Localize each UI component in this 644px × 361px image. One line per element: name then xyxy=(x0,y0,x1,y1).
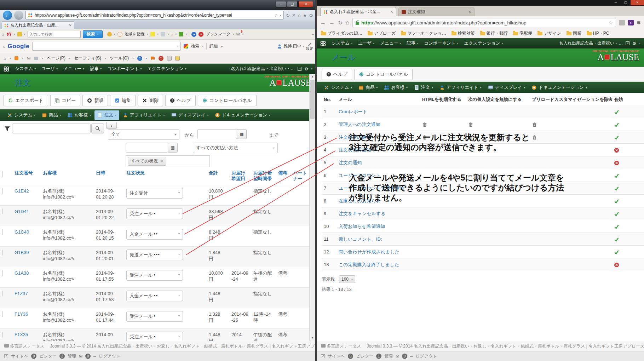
mail-name-link[interactable]: 注文をキャンセルする xyxy=(339,211,385,216)
mail-name-link[interactable]: 注文確定の通知 xyxy=(339,134,371,140)
remove-tag-icon[interactable]: ✕ xyxy=(160,159,163,164)
status-tag-box[interactable]: すべての状況✕ xyxy=(126,155,210,167)
hikashop-menu-item-1[interactable]: 商品▾ xyxy=(39,110,64,120)
mail-name-link[interactable]: この定期購入は終了しました xyxy=(339,262,399,267)
cross-icon[interactable] xyxy=(614,160,619,166)
home-icon[interactable]: ⌂ xyxy=(298,13,301,18)
vertical-scrollbar[interactable]: ▲ ▼ xyxy=(309,74,315,341)
status-filter-select[interactable]: 全て▾ xyxy=(108,129,179,140)
safety-menu[interactable]: セーフティ(S) xyxy=(74,55,101,61)
bookmark-item-4[interactable]: 銀行・郵貯 xyxy=(480,30,508,36)
edit-pencil-icon[interactable]: ✎ xyxy=(71,277,75,282)
external-link-icon[interactable]: ↗ xyxy=(298,67,301,71)
close-icon[interactable]: ✕ xyxy=(468,10,471,14)
close-icon[interactable]: x xyxy=(3,44,5,48)
logout-link[interactable]: ログアウト xyxy=(99,353,120,359)
orders-column-header-1[interactable]: お客様 xyxy=(41,168,94,179)
status-tag[interactable]: すべての状況✕ xyxy=(128,157,166,166)
close-icon[interactable]: x xyxy=(2,32,4,36)
toolbar-button-1[interactable]: コントロールパネル xyxy=(354,69,413,80)
hikashop-menu-item-4[interactable]: アフィリエイト▾ xyxy=(120,110,168,120)
extension-icon[interactable] xyxy=(167,56,172,61)
note-link[interactable]: 備考 xyxy=(278,311,287,317)
document-icon[interactable] xyxy=(161,32,165,36)
check-icon[interactable] xyxy=(614,250,619,255)
pencil-icon[interactable] xyxy=(17,32,22,36)
highlighter-icon[interactable] xyxy=(150,32,155,36)
orders-column-header-2[interactable]: 日時 xyxy=(94,168,125,179)
close-icon[interactable]: ✕ xyxy=(69,23,72,27)
site-name[interactable]: 名入れ出産記念品・出産祝い・… xyxy=(231,66,295,72)
external-link-icon[interactable]: ↗ xyxy=(626,41,629,45)
bookmark-item-6[interactable]: デザイン xyxy=(537,30,561,36)
mail-name-link[interactable]: 入荷お知らせ希望通知 xyxy=(339,224,385,229)
toolbar-button-3[interactable]: 編集 xyxy=(110,95,136,106)
calendar-button[interactable]: ▦ xyxy=(237,129,247,139)
chevron-down-icon[interactable]: ▾ xyxy=(132,57,134,60)
admin-menu-item-5[interactable]: エクステンション▾ xyxy=(461,40,506,46)
gear-icon[interactable]: ⚙ xyxy=(304,67,308,71)
toolbar-button-0[interactable]: ?ヘルプ xyxy=(322,69,352,80)
order-status-select[interactable]: 発送メール●●●▾ xyxy=(126,250,183,260)
chevron-down-icon[interactable]: ▾ xyxy=(303,45,304,48)
trash-icon[interactable] xyxy=(468,135,473,140)
filter-funnel-icon[interactable] xyxy=(4,126,10,132)
trash-icon[interactable] xyxy=(422,122,427,127)
chevron-down-icon[interactable]: ▾ xyxy=(146,57,147,60)
order-number-link[interactable]: G1B39 xyxy=(15,250,29,255)
row-checkbox[interactable] xyxy=(2,311,2,317)
date-from-input[interactable] xyxy=(197,129,237,139)
trash-icon[interactable] xyxy=(532,135,537,140)
back-button[interactable]: ← xyxy=(3,11,12,20)
home-icon[interactable]: ⌂ xyxy=(4,56,6,61)
date-to-input[interactable] xyxy=(126,143,168,153)
overflow-chevron-icon[interactable]: » xyxy=(220,44,223,48)
star-red-icon[interactable]: ✦ xyxy=(199,32,203,37)
mail-icon[interactable]: ✉ xyxy=(27,56,30,61)
bookmark-item-1[interactable]: アプローズ xyxy=(368,30,396,36)
orders-column-header-0[interactable]: 注文番号 xyxy=(13,168,41,179)
logout-link[interactable]: ログアウト xyxy=(415,353,437,359)
favorites-star-icon[interactable]: ★ xyxy=(303,13,307,18)
admin-menu-item-2[interactable]: メニュー▾ xyxy=(377,40,404,46)
mail-name-link[interactable]: 注文状況の通知 xyxy=(339,147,371,153)
hikashop-menu-item-3[interactable]: 注文▾ xyxy=(411,83,436,92)
bookmark-item-2[interactable]: ヤフーオークショ… xyxy=(401,30,446,36)
admin-menu-item-4[interactable]: コンポーネント▾ xyxy=(421,40,461,46)
help-icon[interactable]: ? xyxy=(137,56,142,61)
check-icon[interactable] xyxy=(614,109,619,115)
hikashop-menu-item-6[interactable]: ドキュメンテーション▾ xyxy=(529,83,590,92)
translate-icon[interactable] xyxy=(179,32,183,36)
google-logo[interactable]: Google xyxy=(8,43,30,50)
trash-icon[interactable] xyxy=(532,122,537,127)
mail-name-link[interactable]: ユーザーアカウント管理者通知 xyxy=(339,185,404,191)
edit-pencil-icon[interactable]: ✎ xyxy=(71,236,75,241)
hikashop-menu-item-0[interactable]: システム▾ xyxy=(321,83,355,92)
order-status-select[interactable]: 受注メール●▾ xyxy=(126,270,183,281)
page-menu[interactable]: ページ(P) xyxy=(47,55,65,61)
chevron-down-icon[interactable]: ▾ xyxy=(105,57,106,60)
toolbar-button-5[interactable]: ?ヘルプ xyxy=(165,95,196,106)
hikashop-menu-item-2[interactable]: お客様▾ xyxy=(381,83,410,92)
admin-menu-item-1[interactable]: ユーザ▾ xyxy=(355,40,377,46)
note-link[interactable]: 備考 xyxy=(278,332,287,337)
collapse-search-button[interactable]: ∨ xyxy=(106,122,117,129)
bookmark-item-0[interactable]: ブライダルの10… xyxy=(321,30,362,36)
multilang-status[interactable]: 多言語ステータス xyxy=(327,344,361,349)
mail-name-link[interactable]: 新しいコメント、ID: xyxy=(339,236,382,242)
chevron-down-icon[interactable]: ▾ xyxy=(177,45,179,48)
admin-menu-item-0[interactable]: システム▾ xyxy=(12,66,39,72)
order-status-select[interactable]: 受注メール●▾ xyxy=(126,311,183,322)
edit-pencil-icon[interactable]: ✎ xyxy=(71,297,75,302)
scroll-down-icon[interactable]: ▼ xyxy=(310,335,315,341)
bookmark-item-7[interactable]: 同業 xyxy=(567,30,581,36)
note-link[interactable]: 備考 xyxy=(278,270,287,276)
order-status-select[interactable]: 受注メール●▾ xyxy=(126,332,183,342)
payment-filter-select[interactable]: すべての支払い方法▾ xyxy=(193,143,278,153)
chevron-down-icon[interactable]: ▾ xyxy=(167,33,169,36)
chevron-down-icon[interactable]: ▾ xyxy=(24,33,25,36)
check-icon[interactable] xyxy=(614,211,619,217)
gear-icon[interactable]: ⚙ xyxy=(309,13,313,18)
menu-icon[interactable]: ≡ xyxy=(637,19,640,26)
multilang-status[interactable]: 多言語ステータス xyxy=(10,344,44,349)
